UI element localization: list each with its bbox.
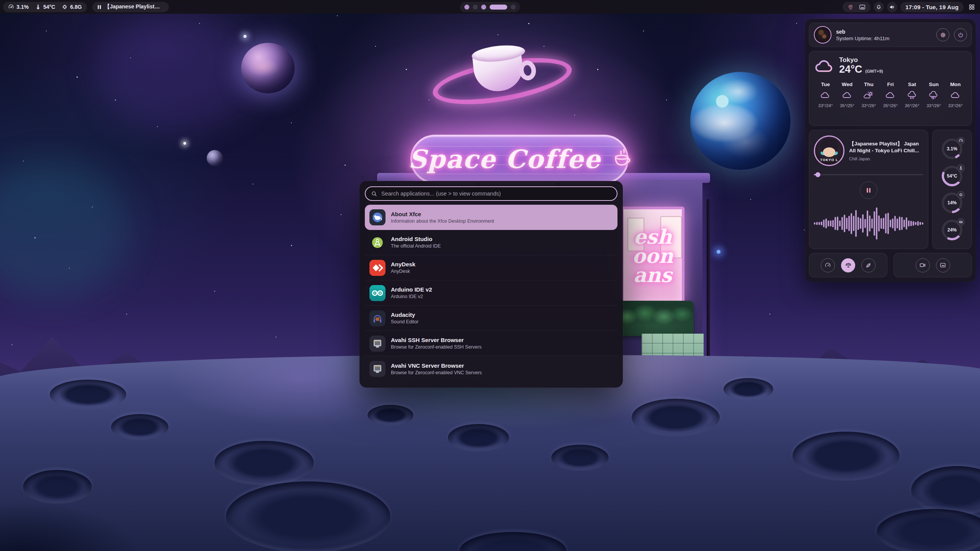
media-player-card: TOKYO L 【Japanese Playlist】 Japan All Ni…	[809, 130, 928, 249]
network-port-icon	[369, 336, 385, 352]
app-row-avahi-vnc[interactable]: Avahi VNC Server Browser Browse for Zero…	[365, 356, 617, 381]
cpu-gauge: 3.1%	[942, 139, 962, 159]
disk-gauge: 24%	[942, 220, 962, 240]
volume-button[interactable]	[887, 2, 897, 12]
system-stats-pill[interactable]: 3.1% 54°C 6.8G	[3, 2, 87, 12]
rain-cloud-icon	[907, 91, 918, 99]
now-playing-pill[interactable]: 【Japanese Playlist】 J...	[92, 2, 169, 12]
track-artist: Chill Japan.	[849, 156, 923, 161]
forecast-day-label: Tue	[821, 82, 830, 87]
seek-track	[814, 174, 923, 175]
crater	[111, 414, 168, 440]
settings-button[interactable]	[936, 28, 949, 41]
app-row-about-xfce[interactable]: About Xfce Information about the Xfce De…	[365, 205, 617, 230]
forecast-temps: 35°/26°	[883, 103, 898, 108]
app-title: Audacity	[391, 311, 418, 318]
gesture-icon[interactable]	[848, 4, 854, 10]
forecast-temps: 35°/25°	[840, 103, 854, 108]
notifications-button[interactable]	[874, 2, 884, 12]
window-neon-line: ans	[624, 266, 682, 284]
workspace-dot-2[interactable]	[473, 5, 478, 10]
search-icon	[371, 191, 377, 197]
wallpaper-icon[interactable]	[859, 4, 866, 10]
crater	[368, 405, 413, 425]
forecast-day-label: Sat	[908, 82, 916, 87]
tray-pill	[843, 2, 871, 12]
app-row-android-studio[interactable]: Android Studio The official Android IDE	[365, 230, 617, 255]
purple-planet	[241, 43, 295, 93]
audacity-icon	[369, 310, 385, 326]
app-grid-button[interactable]	[967, 2, 977, 12]
forecast-day-label: Wed	[842, 82, 853, 87]
anydesk-icon	[369, 260, 385, 276]
now-playing-label: 【Japanese Playlist】 J...	[105, 3, 164, 10]
screenshot-button[interactable]	[936, 258, 950, 272]
app-row-arduino[interactable]: Arduino IDE v2 Arduino IDE v2	[365, 280, 617, 306]
app-row-avahi-ssh[interactable]: Avahi SSH Server Browser Browse for Zero…	[365, 331, 617, 356]
forecast-day: Wed 35°/25°	[836, 82, 858, 108]
window-neon-line: esh	[624, 228, 682, 246]
speedometer-icon	[8, 4, 14, 10]
powersave-profile-button[interactable]	[861, 258, 875, 272]
search-input[interactable]	[381, 191, 611, 197]
seek-bar[interactable]	[814, 172, 923, 177]
app-title: Avahi VNC Server Browser	[391, 362, 482, 369]
crater	[632, 399, 720, 436]
app-list: About Xfce Information about the Xfce De…	[365, 205, 617, 381]
forecast-temps: 33°/26°	[926, 103, 941, 108]
weather-card: Tokyo 24°C (GMT+9) Tue 33°/24° Wed 35°/2…	[809, 51, 972, 126]
android-studio-icon	[369, 235, 385, 251]
forecast-day: Sat 36°/26°	[901, 82, 923, 108]
forecast-day-label: Fri	[887, 82, 893, 87]
screen-record-button[interactable]	[916, 258, 930, 272]
lamp-pole	[707, 199, 710, 371]
network-port-icon	[369, 361, 385, 377]
app-row-audacity[interactable]: Audacity Sound Editor	[365, 306, 617, 331]
apps-grid-icon	[969, 4, 975, 10]
crater	[226, 481, 390, 551]
power-icon	[957, 32, 964, 38]
forecast-row: Tue 33°/24° Wed 35°/25° Thu 33°/26° Fri	[815, 82, 966, 108]
play-pause-button[interactable]	[860, 181, 877, 199]
desktop: Space Coffee esh oon ans	[0, 0, 980, 551]
xfce-icon	[369, 209, 385, 225]
user-card: seb System Uptime: 4h11m	[809, 23, 972, 47]
weather-cloud-icon	[815, 58, 835, 73]
balanced-profile-button[interactable]	[841, 258, 855, 272]
earth-planet	[690, 72, 791, 170]
forecast-temps: 36°/26°	[905, 103, 920, 108]
seek-handle[interactable]	[815, 172, 820, 177]
window-neon-sign: esh oon ans	[624, 209, 682, 303]
app-launcher: About Xfce Information about the Xfce De…	[359, 181, 623, 388]
forecast-day-label: Sun	[929, 82, 939, 87]
temperature-stat: 54°C	[35, 4, 55, 10]
workspace-dot-3[interactable]	[481, 5, 486, 10]
app-title: Android Studio	[391, 236, 441, 242]
crater	[214, 441, 314, 485]
clock-pill[interactable]: 17:09 - Tue, 19 Aug	[900, 2, 964, 12]
temperature-gauge: 54°C	[942, 166, 962, 186]
app-row-anydesk[interactable]: AnyDesk AnyDesk	[365, 255, 617, 280]
neon-sign: Space Coffee	[410, 135, 629, 184]
waveform	[814, 204, 923, 243]
weather-temp: 24°C	[839, 64, 862, 75]
chip-icon	[62, 4, 68, 10]
launcher-search[interactable]	[365, 186, 617, 201]
sun-cloud-icon	[863, 91, 874, 99]
workspace-dot-5[interactable]	[511, 5, 516, 10]
memory-stat: 6.8G	[62, 4, 82, 10]
workspace-dot-4-active[interactable]	[490, 5, 507, 10]
app-description: Browse for Zeroconf-enabled SSH Servers	[391, 344, 482, 350]
performance-profile-button[interactable]	[821, 258, 835, 272]
bright-star	[717, 250, 720, 254]
app-title: Avahi SSH Server Browser	[391, 337, 482, 343]
small-moon	[207, 150, 223, 166]
workspace-switcher[interactable]	[460, 2, 520, 12]
album-art-caption: TOKYO L	[815, 158, 843, 162]
thermometer-icon	[957, 164, 965, 172]
cloud-icon	[820, 91, 831, 99]
screenshot-icon	[939, 262, 946, 269]
power-button[interactable]	[954, 28, 967, 41]
nebula	[0, 161, 130, 298]
workspace-dot-1[interactable]	[464, 5, 469, 10]
